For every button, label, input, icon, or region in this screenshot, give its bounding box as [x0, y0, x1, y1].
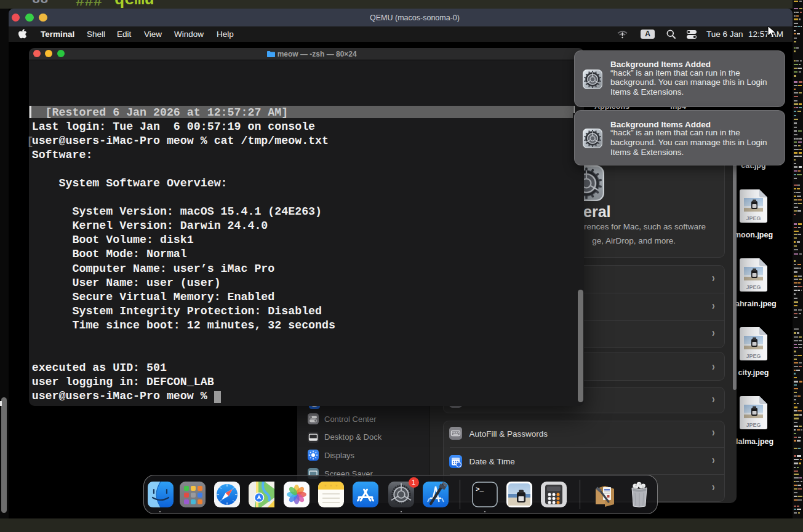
svg-text:>_: >_: [476, 486, 484, 493]
